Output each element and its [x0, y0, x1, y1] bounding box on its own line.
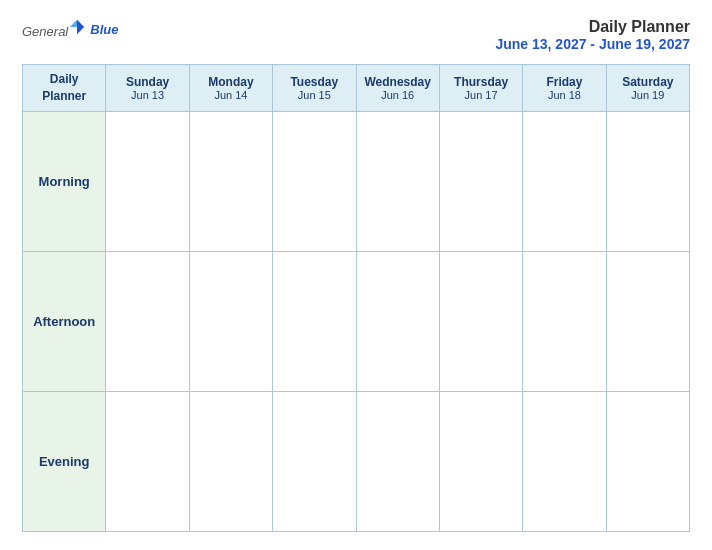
header-title: Daily Planner June 13, 2027 - June 19, 2… [495, 18, 690, 52]
tuesday-date: Jun 15 [277, 89, 351, 101]
monday-date: Jun 14 [194, 89, 268, 101]
col-header-saturday: Saturday Jun 19 [606, 65, 689, 112]
evening-sunday[interactable] [106, 391, 189, 531]
afternoon-wednesday[interactable] [356, 251, 439, 391]
logo-blue: Blue [90, 22, 118, 37]
thursday-date: Jun 17 [444, 89, 518, 101]
col-header-thursday: Thursday Jun 17 [439, 65, 522, 112]
logo-text: General [22, 18, 86, 40]
morning-saturday[interactable] [606, 111, 689, 251]
friday-name: Friday [527, 75, 601, 89]
morning-thursday[interactable] [439, 111, 522, 251]
logo: General Blue [22, 18, 118, 40]
calendar-table: Daily Planner Sunday Jun 13 Monday Jun 1… [22, 64, 690, 532]
morning-friday[interactable] [523, 111, 606, 251]
col-header-tuesday: Tuesday Jun 15 [273, 65, 356, 112]
morning-wednesday[interactable] [356, 111, 439, 251]
col-header-monday: Monday Jun 14 [189, 65, 272, 112]
title-date: June 13, 2027 - June 19, 2027 [495, 36, 690, 52]
evening-label: Evening [23, 391, 106, 531]
row-afternoon: Afternoon [23, 251, 690, 391]
afternoon-friday[interactable] [523, 251, 606, 391]
row-evening: Evening [23, 391, 690, 531]
svg-marker-1 [70, 20, 77, 27]
thursday-name: Thursday [444, 75, 518, 89]
logo-icon [68, 18, 86, 36]
logo-general: General [22, 24, 68, 39]
morning-sunday[interactable] [106, 111, 189, 251]
morning-label: Morning [23, 111, 106, 251]
afternoon-monday[interactable] [189, 251, 272, 391]
planner-label-2: Planner [27, 88, 101, 105]
afternoon-saturday[interactable] [606, 251, 689, 391]
header: General Blue Daily Planner June 13, 2027… [22, 18, 690, 52]
afternoon-thursday[interactable] [439, 251, 522, 391]
col-header-planner: Daily Planner [23, 65, 106, 112]
evening-tuesday[interactable] [273, 391, 356, 531]
morning-tuesday[interactable] [273, 111, 356, 251]
planner-label-1: Daily [27, 71, 101, 88]
svg-marker-0 [77, 20, 84, 34]
morning-monday[interactable] [189, 111, 272, 251]
calendar-header-row: Daily Planner Sunday Jun 13 Monday Jun 1… [23, 65, 690, 112]
col-header-wednesday: Wednesday Jun 16 [356, 65, 439, 112]
evening-monday[interactable] [189, 391, 272, 531]
friday-date: Jun 18 [527, 89, 601, 101]
sunday-date: Jun 13 [110, 89, 184, 101]
evening-wednesday[interactable] [356, 391, 439, 531]
afternoon-label: Afternoon [23, 251, 106, 391]
afternoon-tuesday[interactable] [273, 251, 356, 391]
col-header-friday: Friday Jun 18 [523, 65, 606, 112]
evening-thursday[interactable] [439, 391, 522, 531]
monday-name: Monday [194, 75, 268, 89]
evening-friday[interactable] [523, 391, 606, 531]
saturday-date: Jun 19 [611, 89, 685, 101]
saturday-name: Saturday [611, 75, 685, 89]
wednesday-date: Jun 16 [361, 89, 435, 101]
row-morning: Morning [23, 111, 690, 251]
evening-saturday[interactable] [606, 391, 689, 531]
tuesday-name: Tuesday [277, 75, 351, 89]
wednesday-name: Wednesday [361, 75, 435, 89]
afternoon-sunday[interactable] [106, 251, 189, 391]
sunday-name: Sunday [110, 75, 184, 89]
page: General Blue Daily Planner June 13, 2027… [0, 0, 712, 550]
title-main: Daily Planner [495, 18, 690, 36]
col-header-sunday: Sunday Jun 13 [106, 65, 189, 112]
